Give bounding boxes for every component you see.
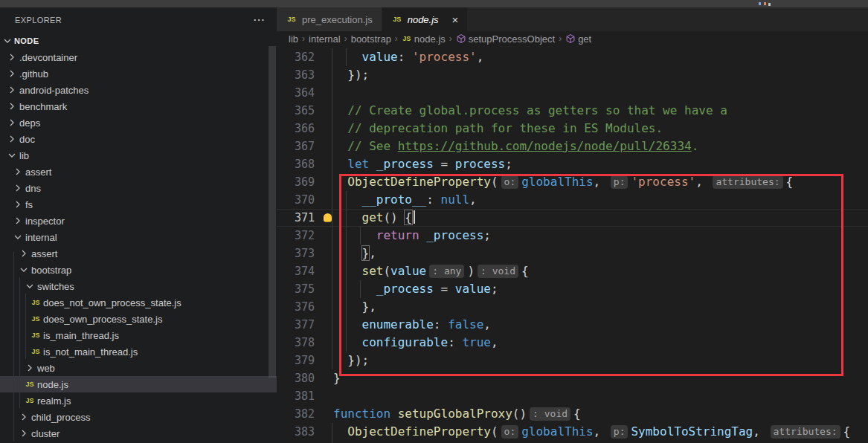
line-number[interactable]: 362 — [277, 48, 315, 66]
code-line-376[interactable]: 376 }, — [277, 298, 868, 316]
code-line-368[interactable]: 368 let _process = process; — [277, 155, 868, 173]
tree-item-assert[interactable]: assert — [0, 164, 277, 180]
line-number[interactable]: 381 — [277, 387, 315, 405]
tree-item-cluster[interactable]: cluster — [0, 425, 277, 442]
line-number[interactable]: 363 — [277, 66, 315, 84]
tree-item-internal[interactable]: internal — [0, 229, 277, 245]
code-line-370[interactable]: 370 __proto__: null, — [277, 191, 868, 209]
code-line-375[interactable]: 375 _process = value; — [277, 280, 868, 298]
line-number[interactable]: 368 — [277, 155, 315, 173]
tree-item-fs[interactable]: fs — [0, 196, 277, 213]
line-number[interactable]: 372 — [277, 227, 315, 245]
tab-pre_execution.js[interactable]: JSpre_execution.js — [277, 7, 382, 31]
line-number[interactable]: 370 — [277, 191, 315, 209]
tree-item-label: web — [37, 363, 55, 374]
tree-item-deps[interactable]: deps — [0, 114, 277, 131]
code-editor[interactable]: 362 value: 'process',363 });364365 // Cr… — [277, 46, 868, 443]
line-number[interactable]: 383 — [277, 423, 315, 441]
close-icon[interactable]: × — [452, 14, 459, 25]
tree-item-is_main_thread.js[interactable]: JSis_main_thread.js — [0, 327, 277, 343]
tree-item-node.js[interactable]: JSnode.js — [0, 376, 277, 392]
tree-item-switches[interactable]: switches — [0, 278, 277, 294]
code-token: , — [491, 335, 498, 349]
code-line-365[interactable]: 365 // Create global.process as getters … — [277, 102, 868, 120]
more-actions-icon[interactable]: ⋯ — [253, 16, 265, 24]
tree-item-android-patches[interactable]: android-patches — [0, 82, 277, 98]
breadcrumb-item-get[interactable]: get — [565, 33, 591, 45]
code-token: get — [362, 210, 384, 224]
line-number[interactable]: 369 — [277, 173, 315, 191]
code-line-364[interactable]: 364 — [277, 84, 868, 102]
tree-item-is_not_main_thread.js[interactable]: JSis_not_main_thread.js — [0, 343, 277, 360]
code-line-366[interactable]: 366 // deprecation path for these in ES … — [277, 120, 868, 138]
breadcrumb-item-lib[interactable]: lib — [289, 33, 298, 45]
line-number[interactable]: 371 — [277, 209, 315, 227]
code-line-379[interactable]: 379 }); — [277, 352, 868, 369]
tree-item-doc[interactable]: doc — [0, 131, 277, 147]
code-token — [333, 228, 376, 242]
breadcrumb-item-bootstrap[interactable]: bootstrap — [351, 33, 391, 45]
editor-group: JSpre_execution.jsJSnode.js× lib›interna… — [277, 7, 868, 443]
tree-item-dns[interactable]: dns — [0, 180, 277, 196]
code-line-381[interactable]: 381 — [277, 387, 868, 405]
code-line-362[interactable]: 362 value: 'process', — [277, 48, 868, 66]
code-token: _process — [426, 228, 483, 242]
tree-item-label: android-patches — [19, 85, 89, 96]
line-number[interactable]: 376 — [277, 298, 315, 316]
tree-item-assert[interactable]: assert — [0, 245, 277, 262]
comment-link[interactable]: https://github.com/nodejs/node/pull/2633… — [398, 139, 692, 153]
code-line-367[interactable]: 367 // See https://github.com/nodejs/nod… — [277, 138, 868, 155]
code-line-380[interactable]: 380} — [277, 369, 868, 387]
tree-item-bootstrap[interactable]: bootstrap — [0, 262, 277, 278]
code-line-371[interactable]: 371 get() { — [277, 209, 868, 227]
code-token: // deprecation path for these in ES Modu… — [333, 121, 663, 135]
code-line-383[interactable]: 383 ObjectDefineProperty(o:globalThis, p… — [277, 423, 868, 441]
tree-item-benchmark[interactable]: benchmark — [0, 98, 277, 114]
tree-item-does_own_process_state.js[interactable]: JSdoes_own_process_state.js — [0, 311, 277, 327]
breadcrumb-item-setupProcessObject[interactable]: setupProcessObject — [456, 33, 555, 45]
explorer-title: EXPLORER — [15, 16, 62, 25]
inlay-hint: o: — [501, 175, 519, 189]
tree-item-lib[interactable]: lib — [0, 147, 277, 164]
code-line-363[interactable]: 363 }); — [277, 66, 868, 84]
code-line-372[interactable]: 372 return _process; — [277, 227, 868, 245]
tree-item-.github[interactable]: .github — [0, 65, 277, 82]
line-number[interactable]: 367 — [277, 138, 315, 155]
tree-item-web[interactable]: web — [0, 360, 277, 376]
tree-item-.devcontainer[interactable]: .devcontainer — [0, 49, 277, 65]
lightbulb-icon[interactable] — [324, 213, 332, 222]
line-number[interactable]: 375 — [277, 280, 315, 298]
line-number[interactable]: 377 — [277, 316, 315, 334]
code-token: , — [469, 193, 477, 207]
line-number[interactable]: 380 — [277, 369, 315, 387]
breadcrumb-item-internal[interactable]: internal — [309, 33, 341, 45]
code-line-374[interactable]: 374 set(value: any): void{ — [277, 262, 868, 280]
tree-item-inspector[interactable]: inspector — [0, 213, 277, 229]
code-line-378[interactable]: 378 configurable: true, — [277, 334, 868, 352]
js-file-icon: JS — [24, 378, 36, 390]
code-line-382[interactable]: 382function setupGlobalProxy(): void{ — [277, 405, 868, 423]
sidebar-scrollbar[interactable] — [269, 46, 276, 378]
code-token: ( — [491, 175, 498, 189]
section-header-node[interactable]: NODE — [0, 33, 277, 49]
tab-node.js[interactable]: JSnode.js× — [382, 7, 468, 31]
js-file-icon: JS — [30, 297, 42, 308]
breadcrumb: lib›internal›bootstrap›JSnode.js›setupPr… — [277, 31, 868, 46]
code-line-377[interactable]: 377 enumerable: false, — [277, 316, 868, 334]
line-number[interactable]: 382 — [277, 405, 315, 423]
line-number[interactable]: 374 — [277, 262, 315, 280]
code-line-373[interactable]: 373 }, — [277, 245, 868, 262]
breadcrumb-item-node.js[interactable]: JSnode.js — [402, 33, 446, 45]
tree-item-realm.js[interactable]: JSrealm.js — [0, 392, 277, 409]
line-number[interactable]: 364 — [277, 84, 315, 102]
line-number[interactable]: 378 — [277, 334, 315, 352]
inlay-hint: : void — [530, 407, 570, 421]
line-number[interactable]: 366 — [277, 120, 315, 138]
tree-item-child_process[interactable]: child_process — [0, 409, 277, 425]
tree-item-does_not_own_process_state.js[interactable]: JSdoes_not_own_process_state.js — [0, 294, 277, 311]
line-number[interactable]: 379 — [277, 352, 315, 369]
code-line-369[interactable]: 369 ObjectDefineProperty(o:globalThis, p… — [277, 173, 868, 191]
line-number[interactable]: 373 — [277, 245, 315, 262]
line-number[interactable]: 365 — [277, 102, 315, 120]
code-token: 'process' — [412, 50, 477, 64]
